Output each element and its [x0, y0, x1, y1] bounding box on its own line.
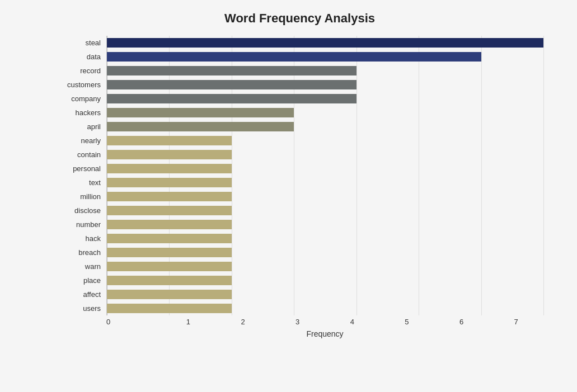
x-axis: 01234567 Frequency — [106, 318, 543, 338]
x-tick-7: 7 — [489, 318, 543, 326]
bars-area — [106, 36, 543, 315]
y-label-customers: customers — [56, 78, 101, 92]
y-label-hack: hack — [56, 232, 101, 245]
y-label-breach: breach — [56, 245, 101, 259]
bar-row-affect — [107, 287, 543, 301]
y-label-place: place — [56, 273, 101, 287]
y-label-number: number — [56, 218, 101, 232]
bar-affect — [107, 290, 232, 299]
y-label-nearly: nearly — [56, 134, 101, 148]
bar-steal — [107, 38, 543, 48]
chart-area: stealdatarecordcustomerscompanyhackersap… — [56, 36, 543, 338]
bar-hackers — [107, 108, 294, 117]
bar-row-company — [107, 92, 543, 106]
bar-row-disclose — [107, 204, 543, 218]
bar-row-warn — [107, 259, 543, 273]
bar-record — [107, 66, 356, 75]
bar-users — [107, 304, 232, 313]
bar-row-april — [107, 120, 543, 134]
bar-april — [107, 122, 294, 131]
bar-row-place — [107, 273, 543, 287]
y-label-disclose: disclose — [56, 204, 101, 218]
bar-row-hackers — [107, 106, 543, 120]
y-label-warn: warn — [56, 259, 101, 273]
chart-container: Word Frequency Analysis stealdatarecordc… — [0, 0, 577, 392]
y-label-company: company — [56, 92, 101, 106]
x-tick-5: 5 — [379, 318, 434, 326]
x-tick-3: 3 — [270, 318, 325, 326]
y-label-affect: affect — [56, 287, 101, 301]
bar-row-text — [107, 176, 543, 190]
x-tick-6: 6 — [434, 318, 489, 326]
bar-row-data — [107, 50, 543, 64]
y-label-steal: steal — [56, 36, 101, 50]
y-label-data: data — [56, 50, 101, 64]
y-label-users: users — [56, 301, 101, 315]
bar-disclose — [107, 206, 232, 215]
bar-data — [107, 52, 481, 62]
bar-customers — [107, 80, 356, 89]
chart-title: Word Frequency Analysis — [56, 11, 543, 26]
bar-row-steal — [107, 36, 543, 50]
bar-row-number — [107, 218, 543, 232]
bar-hack — [107, 234, 232, 243]
y-label-million: million — [56, 190, 101, 204]
bar-row-contain — [107, 148, 543, 162]
y-label-hackers: hackers — [56, 106, 101, 120]
x-tick-0: 0 — [106, 318, 161, 326]
y-label-record: record — [56, 64, 101, 78]
x-tick-1: 1 — [161, 318, 216, 326]
bar-row-nearly — [107, 134, 543, 148]
bars-and-labels: stealdatarecordcustomerscompanyhackersap… — [56, 36, 543, 315]
grid-line-7 — [543, 36, 544, 315]
bar-row-customers — [107, 78, 543, 92]
bar-warn — [107, 262, 232, 271]
x-axis-label: Frequency — [106, 329, 543, 338]
bar-row-personal — [107, 162, 543, 176]
y-labels: stealdatarecordcustomerscompanyhackersap… — [56, 36, 106, 315]
bar-breach — [107, 248, 232, 257]
bar-place — [107, 276, 232, 285]
bar-personal — [107, 164, 232, 173]
x-tick-2: 2 — [215, 318, 270, 326]
y-label-contain: contain — [56, 148, 101, 162]
bar-row-breach — [107, 245, 543, 259]
y-label-personal: personal — [56, 162, 101, 176]
bar-row-record — [107, 64, 543, 78]
x-tick-4: 4 — [325, 318, 380, 326]
bar-row-hack — [107, 232, 543, 245]
bar-nearly — [107, 136, 232, 145]
bar-row-million — [107, 190, 543, 204]
bar-contain — [107, 150, 232, 159]
bar-number — [107, 220, 232, 229]
bar-company — [107, 94, 356, 103]
y-label-april: april — [56, 120, 101, 134]
bar-row-users — [107, 301, 543, 315]
bar-million — [107, 192, 232, 201]
bar-text — [107, 178, 232, 187]
y-label-text: text — [56, 176, 101, 190]
